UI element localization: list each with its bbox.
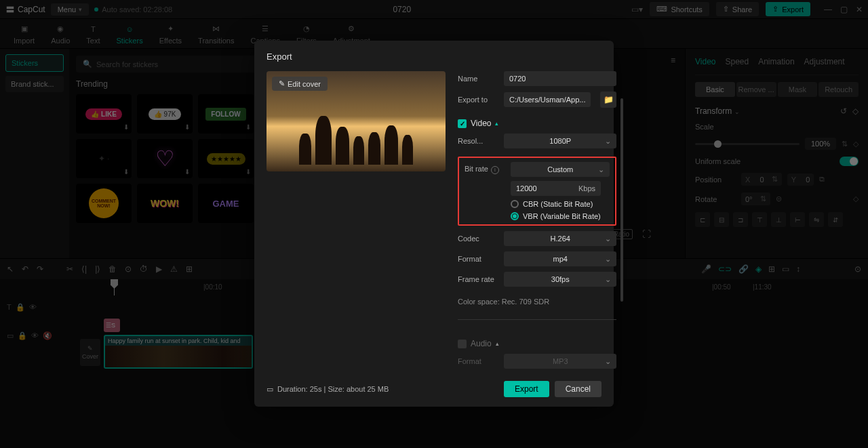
name-input[interactable] — [504, 71, 616, 86]
bitrate-value-input[interactable] — [511, 181, 573, 196]
film-icon: ▭ — [267, 385, 273, 394]
resolution-select[interactable]: 1080P — [504, 134, 616, 148]
browse-folder-button[interactable]: 📁 — [600, 91, 616, 108]
scrollbar[interactable] — [620, 98, 623, 302]
radio-off-icon — [511, 200, 519, 208]
codec-label: Codec — [458, 235, 497, 243]
radio-on-icon — [511, 212, 519, 220]
format-label: Format — [458, 255, 497, 263]
folder-icon: 📁 — [604, 95, 614, 104]
divider — [458, 319, 616, 320]
preview-silhouettes — [267, 104, 446, 165]
export-to-label: Export to — [458, 96, 497, 104]
bitrate-unit: Kbps — [573, 181, 601, 196]
export-confirm-button[interactable]: Export — [504, 381, 549, 397]
cover-preview: ✎ Edit cover — [267, 71, 446, 171]
framerate-label: Frame rate — [458, 275, 497, 283]
resolution-label: Resol... — [458, 137, 497, 145]
export-dialog: Export ✎ Edit cover — [254, 41, 614, 407]
video-section-toggle[interactable]: ✓ Video ▴ — [458, 119, 616, 128]
cbr-radio[interactable]: CBR (Static Bit Rate) — [511, 200, 610, 208]
vbr-radio[interactable]: VBR (Variable Bit Rate) — [511, 212, 610, 220]
export-info: ▭ Duration: 25s | Size: about 25 MB — [267, 385, 389, 394]
collapse-icon[interactable]: ▴ — [496, 340, 499, 347]
export-modal-overlay: Export ✎ Edit cover — [0, 0, 868, 448]
bitrate-select[interactable]: Custom — [511, 162, 610, 177]
export-path[interactable]: C:/Users/Usman/App... — [504, 92, 591, 107]
audio-section-toggle[interactable]: ✓ Audio ▴ — [458, 339, 616, 348]
name-label: Name — [458, 75, 497, 83]
colorspace-info: Color space: Rec. 709 SDR — [458, 298, 616, 306]
audio-format-label: Format — [458, 357, 497, 365]
format-select[interactable]: mp4 — [504, 251, 616, 266]
framerate-select[interactable]: 30fps — [504, 272, 616, 287]
cancel-button[interactable]: Cancel — [555, 381, 601, 397]
codec-select[interactable]: H.264 — [504, 231, 616, 246]
info-icon[interactable]: i — [491, 166, 499, 174]
checkbox-icon: ✓ — [458, 119, 467, 128]
pencil-icon: ✎ — [279, 79, 285, 88]
collapse-icon[interactable]: ▴ — [495, 120, 498, 127]
audio-format-select: MP3 — [504, 354, 616, 369]
bitrate-label: Bit ratei — [465, 165, 504, 174]
checkbox-off-icon: ✓ — [458, 340, 467, 348]
edit-cover-button[interactable]: ✎ Edit cover — [272, 77, 328, 91]
bitrate-highlight-box: Bit ratei Custom Kbps CBR (Static Bit Ra… — [458, 157, 616, 226]
dialog-title: Export — [267, 52, 601, 62]
